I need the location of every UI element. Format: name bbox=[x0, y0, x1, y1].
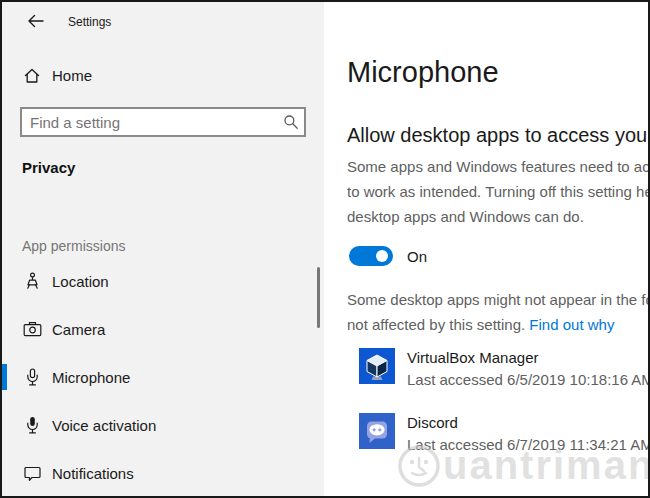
description-line: to work as intended. Turning off this se… bbox=[347, 179, 648, 204]
sidebar-item-label: Notifications bbox=[52, 465, 134, 482]
note-line: Some desktop apps might not appear in th… bbox=[347, 287, 648, 312]
app-name: VirtualBox Manager bbox=[407, 349, 648, 366]
note-line-prefix: not affected by this setting. bbox=[347, 316, 529, 333]
description-text: Some apps and Windows features need to a… bbox=[347, 154, 648, 229]
section-heading: Allow desktop apps to access your microp… bbox=[347, 124, 648, 147]
discord-app-icon bbox=[359, 413, 395, 449]
sidebar-item-microphone[interactable]: Microphone bbox=[2, 353, 322, 401]
selected-accent-bar bbox=[2, 364, 7, 390]
search-box bbox=[20, 107, 306, 137]
sidebar-item-notifications[interactable]: Notifications bbox=[2, 449, 322, 497]
camera-icon bbox=[22, 319, 42, 339]
virtualbox-app-icon bbox=[359, 348, 395, 384]
toggle-knob bbox=[376, 250, 388, 262]
titlebar: Settings bbox=[2, 2, 324, 42]
sidebar-item-home[interactable]: Home bbox=[2, 51, 322, 99]
app-name: Discord bbox=[407, 414, 648, 431]
app-last-accessed: Last accessed 6/7/2019 11:34:21 AM bbox=[407, 436, 648, 453]
app-permissions-group-label: App permissions bbox=[22, 238, 126, 254]
sidebar-item-label: Voice activation bbox=[52, 417, 156, 434]
sidebar-scrollbar[interactable] bbox=[317, 267, 320, 328]
location-icon bbox=[22, 271, 42, 291]
main-content: Microphone Allow desktop apps to access … bbox=[324, 2, 648, 496]
find-out-why-link[interactable]: Find out why bbox=[529, 316, 614, 333]
app-texts: Discord Last accessed 6/7/2019 11:34:21 … bbox=[407, 413, 648, 453]
sidebar-item-location[interactable]: Location bbox=[2, 257, 322, 305]
search-input[interactable] bbox=[22, 114, 278, 131]
microphone-access-toggle[interactable] bbox=[349, 246, 393, 266]
app-row-discord: Discord Last accessed 6/7/2019 11:34:21 … bbox=[359, 413, 648, 453]
description-line: Some apps and Windows features need to a… bbox=[347, 154, 648, 179]
microphone-icon bbox=[22, 367, 42, 387]
window-title: Settings bbox=[68, 15, 111, 29]
sidebar-item-label: Microphone bbox=[52, 369, 130, 386]
sidebar-item-label: Camera bbox=[52, 321, 105, 338]
voice-activation-icon bbox=[22, 415, 42, 435]
description-line: desktop apps and Windows can do. bbox=[347, 204, 648, 229]
notifications-icon bbox=[22, 463, 42, 483]
back-arrow-icon bbox=[27, 14, 44, 28]
note-text: Some desktop apps might not appear in th… bbox=[347, 287, 648, 337]
sidebar-item-voice-activation[interactable]: Voice activation bbox=[2, 401, 322, 449]
note-line: not affected by this setting. Find out w… bbox=[347, 312, 648, 337]
toggle-row: On bbox=[349, 246, 427, 266]
sidebar: Settings Home Privacy App permissions bbox=[2, 2, 324, 496]
search-icon[interactable] bbox=[278, 114, 304, 130]
back-button[interactable] bbox=[18, 6, 52, 36]
sidebar-item-label: Home bbox=[52, 67, 92, 84]
toggle-state-label: On bbox=[407, 248, 427, 265]
sidebar-item-label: Location bbox=[52, 273, 109, 290]
privacy-section-title: Privacy bbox=[22, 159, 75, 176]
page-title: Microphone bbox=[347, 56, 499, 89]
settings-window: Settings Home Privacy App permissions bbox=[0, 0, 650, 498]
app-last-accessed: Last accessed 6/5/2019 10:18:16 AM bbox=[407, 371, 648, 388]
sidebar-item-camera[interactable]: Camera bbox=[2, 305, 322, 353]
app-row-virtualbox: VirtualBox Manager Last accessed 6/5/201… bbox=[359, 348, 648, 388]
app-texts: VirtualBox Manager Last accessed 6/5/201… bbox=[407, 348, 648, 388]
home-icon bbox=[22, 65, 42, 85]
